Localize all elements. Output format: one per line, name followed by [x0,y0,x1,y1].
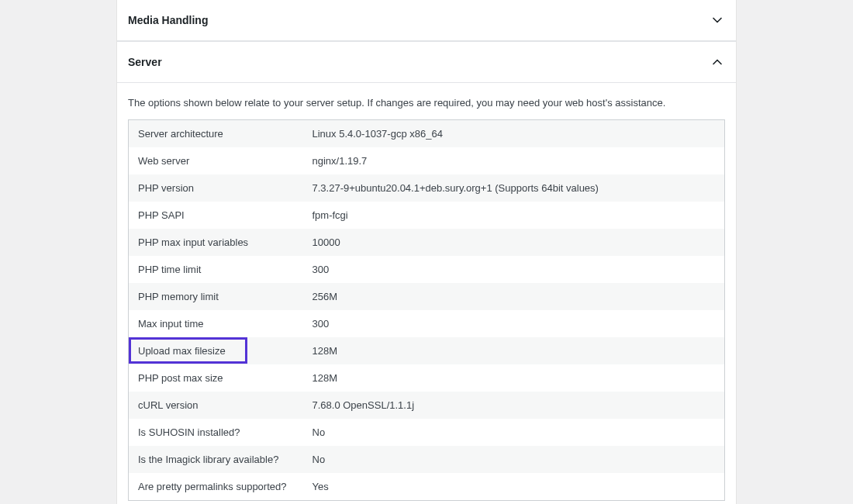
table-value-cell: No [303,419,725,446]
table-value-cell: No [303,446,725,473]
table-value-cell: 128M [303,337,725,364]
table-value-cell: Yes [303,473,725,501]
table-row: PHP time limit300 [129,256,725,283]
server-panel-header[interactable]: Server [117,41,736,83]
table-row-value: No [313,454,326,465]
table-label-cell: PHP version [129,174,303,202]
table-row-value: fpm-fcgi [313,209,348,221]
table-row-label: cURL version [138,399,199,411]
table-row-value: 300 [313,318,330,330]
table-value-cell: 128M [303,364,725,392]
table-row-label: Max input time [138,318,204,330]
table-row-label: PHP memory limit [138,291,219,302]
table-row-label: Upload max filesize [138,345,226,357]
table-label-cell: PHP post max size [129,364,303,392]
server-panel-body: The options shown below relate to your s… [117,83,736,504]
table-row-label: Is the Imagick library available? [138,454,278,465]
table-value-cell: Linux 5.4.0-1037-gcp x86_64 [303,120,725,148]
table-row-value: 7.3.27-9+ubuntu20.04.1+deb.sury.org+1 (S… [313,182,599,194]
server-panel-title: Server [128,56,162,68]
table-label-cell: PHP memory limit [129,283,303,310]
table-row-label: Server architecture [138,128,223,140]
table-label-cell: PHP time limit [129,256,303,283]
table-row-label: Is SUHOSIN installed? [138,426,240,438]
table-row-value: 128M [313,372,338,384]
media-handling-panel-title: Media Handling [128,14,208,26]
table-row-label: PHP post max size [138,372,223,384]
table-value-cell: 300 [303,310,725,337]
table-row: Are pretty permalinks supported?Yes [129,473,725,501]
media-handling-panel-header[interactable]: Media Handling [117,0,736,41]
table-label-cell: cURL version [129,392,303,419]
table-row: PHP post max size128M [129,364,725,392]
table-row-value: 10000 [313,236,340,248]
table-row-value: 7.68.0 OpenSSL/1.1.1j [313,399,415,411]
table-row-value: Linux 5.4.0-1037-gcp x86_64 [313,128,443,140]
health-check-panels: Media Handling Server The options shown … [116,0,737,504]
server-panel-description: The options shown below relate to your s… [128,97,725,109]
table-label-cell: Are pretty permalinks supported? [129,473,303,501]
table-row: Is SUHOSIN installed?No [129,419,725,446]
table-row: PHP SAPIfpm-fcgi [129,202,725,229]
table-row: PHP memory limit256M [129,283,725,310]
table-row: Max input time300 [129,310,725,337]
table-label-cell: Is the Imagick library available? [129,446,303,473]
table-label-cell: Is SUHOSIN installed? [129,419,303,446]
table-value-cell: fpm-fcgi [303,202,725,229]
table-value-cell: 256M [303,283,725,310]
table-row-label: PHP time limit [138,264,201,275]
table-label-cell: Upload max filesize [129,337,303,364]
table-value-cell: nginx/1.19.7 [303,147,725,174]
table-label-cell: Max input time [129,310,303,337]
table-label-cell: Web server [129,147,303,174]
table-row: PHP max input variables10000 [129,229,725,256]
table-row: Is the Imagick library available?No [129,446,725,473]
table-row-value: nginx/1.19.7 [313,155,368,167]
table-label-cell: PHP SAPI [129,202,303,229]
table-row-label: PHP version [138,182,194,194]
table-row-highlighted: Upload max filesize128M [129,337,725,364]
chevron-down-icon [710,12,725,28]
table-row-value: 256M [313,291,338,302]
table-row: Server architectureLinux 5.4.0-1037-gcp … [129,120,725,148]
table-row-value: 128M [313,345,338,357]
table-row-label: Web server [138,155,189,167]
table-row-label: PHP max input variables [138,236,248,248]
table-row-label: PHP SAPI [138,209,185,221]
table-value-cell: 10000 [303,229,725,256]
table-label-cell: PHP max input variables [129,229,303,256]
table-row: PHP version7.3.27-9+ubuntu20.04.1+deb.su… [129,174,725,202]
chevron-up-icon [710,54,725,70]
server-info-table: Server architectureLinux 5.4.0-1037-gcp … [128,119,725,501]
table-value-cell: 7.3.27-9+ubuntu20.04.1+deb.sury.org+1 (S… [303,174,725,202]
table-row-value: 300 [313,264,330,275]
table-label-cell: Server architecture [129,120,303,148]
table-row: Web servernginx/1.19.7 [129,147,725,174]
table-value-cell: 7.68.0 OpenSSL/1.1.1j [303,392,725,419]
table-row: cURL version7.68.0 OpenSSL/1.1.1j [129,392,725,419]
table-row-label: Are pretty permalinks supported? [138,481,286,492]
table-row-value: Yes [313,481,329,492]
table-row-value: No [313,426,326,438]
table-value-cell: 300 [303,256,725,283]
